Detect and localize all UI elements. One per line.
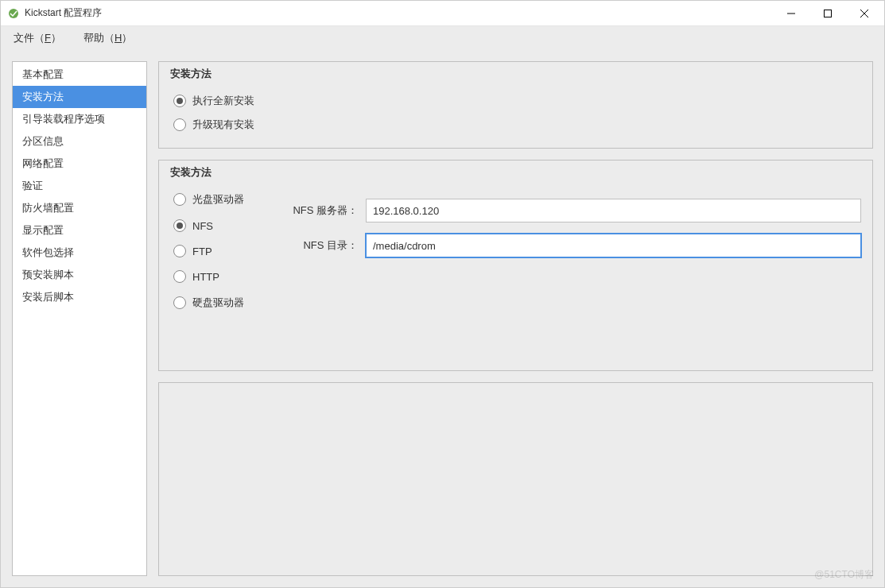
radio-label: 升级现有安装 bbox=[192, 118, 254, 132]
radio-icon bbox=[173, 270, 186, 283]
watermark: @51CTO博客 bbox=[814, 568, 874, 582]
method-fields: NFS 服务器： NFS 目录： bbox=[278, 188, 861, 257]
radio-harddrive[interactable]: 硬盘驱动器 bbox=[170, 291, 266, 315]
radio-label: 执行全新安装 bbox=[192, 94, 254, 108]
nfs-dir-input[interactable] bbox=[366, 234, 861, 257]
nfs-dir-row: NFS 目录： bbox=[278, 234, 861, 257]
nfs-server-row: NFS 服务器： bbox=[278, 199, 861, 222]
sidebar-item-bootloader[interactable]: 引导装载程序选项 bbox=[13, 108, 146, 130]
radio-icon bbox=[173, 95, 186, 107]
window-controls bbox=[773, 2, 883, 25]
sidebar-item-pre-script[interactable]: 预安装脚本 bbox=[13, 264, 146, 286]
radio-label: NFS bbox=[192, 220, 213, 232]
maximize-button[interactable] bbox=[809, 2, 846, 25]
sidebar-item-post-script[interactable]: 安装后脚本 bbox=[13, 286, 146, 308]
radio-label: HTTP bbox=[192, 271, 219, 283]
radio-ftp[interactable]: FTP bbox=[170, 240, 266, 262]
install-type-group: 安装方法 执行全新安装 升级现有安装 bbox=[158, 61, 873, 149]
svg-point-0 bbox=[9, 9, 18, 18]
nfs-server-label: NFS 服务器： bbox=[278, 203, 358, 218]
method-body: 光盘驱动器 NFS FTP HTTP bbox=[170, 188, 861, 315]
sidebar-item-display[interactable]: 显示配置 bbox=[13, 219, 146, 242]
menu-file[interactable]: 文件（F） bbox=[14, 31, 61, 45]
main-panel: 安装方法 执行全新安装 升级现有安装 安装方法 光盘驱动器 bbox=[158, 61, 873, 576]
minimize-button[interactable] bbox=[773, 2, 809, 25]
radio-upgrade-install[interactable]: 升级现有安装 bbox=[170, 113, 861, 137]
menu-help[interactable]: 帮助（H） bbox=[83, 31, 132, 45]
app-icon bbox=[7, 7, 20, 20]
sidebar-item-basic[interactable]: 基本配置 bbox=[13, 64, 146, 86]
sidebar-item-network[interactable]: 网络配置 bbox=[13, 153, 146, 175]
titlebar: Kickstart 配置程序 bbox=[1, 1, 884, 26]
install-method-title: 安装方法 bbox=[170, 161, 861, 188]
menubar: 文件（F） 帮助（H） bbox=[1, 26, 884, 50]
radio-label: 硬盘驱动器 bbox=[192, 296, 244, 310]
window-title: Kickstart 配置程序 bbox=[25, 6, 773, 20]
radio-http[interactable]: HTTP bbox=[170, 265, 266, 288]
radio-label: FTP bbox=[192, 246, 212, 257]
install-type-title: 安装方法 bbox=[170, 62, 861, 89]
sidebar-item-packages[interactable]: 软件包选择 bbox=[13, 242, 146, 264]
close-button[interactable] bbox=[846, 2, 883, 25]
radio-icon bbox=[173, 118, 186, 131]
radio-nfs[interactable]: NFS bbox=[170, 215, 266, 237]
method-radios: 光盘驱动器 NFS FTP HTTP bbox=[170, 188, 266, 315]
install-method-group: 安装方法 光盘驱动器 NFS FTP bbox=[158, 160, 873, 371]
content-area: 基本配置 安装方法 引导装载程序选项 分区信息 网络配置 验证 防火墙配置 显示… bbox=[1, 50, 884, 587]
nfs-server-input[interactable] bbox=[366, 199, 861, 222]
radio-fresh-install[interactable]: 执行全新安装 bbox=[170, 89, 861, 113]
sidebar-item-auth[interactable]: 验证 bbox=[13, 175, 146, 197]
sidebar-item-partition[interactable]: 分区信息 bbox=[13, 130, 146, 153]
radio-icon bbox=[173, 193, 186, 206]
radio-cdrom[interactable]: 光盘驱动器 bbox=[170, 188, 266, 211]
svg-rect-2 bbox=[825, 10, 832, 17]
radio-icon bbox=[173, 245, 186, 257]
sidebar-item-firewall[interactable]: 防火墙配置 bbox=[13, 197, 146, 219]
radio-icon bbox=[173, 219, 186, 232]
sidebar: 基本配置 安装方法 引导装载程序选项 分区信息 网络配置 验证 防火墙配置 显示… bbox=[12, 61, 147, 576]
empty-panel bbox=[158, 382, 873, 576]
nfs-dir-label: NFS 目录： bbox=[278, 238, 358, 253]
radio-label: 光盘驱动器 bbox=[192, 192, 244, 207]
application-window: Kickstart 配置程序 文件（F） 帮助（H） 基本配置 安装方法 引导装… bbox=[0, 0, 885, 588]
sidebar-item-install-method[interactable]: 安装方法 bbox=[13, 86, 146, 108]
radio-icon bbox=[173, 296, 186, 309]
